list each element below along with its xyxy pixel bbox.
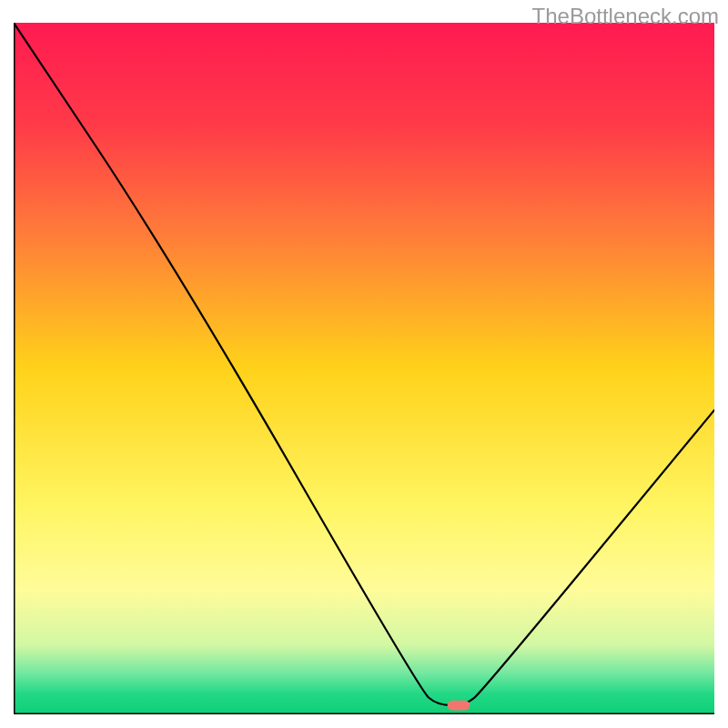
svg-rect-2 xyxy=(448,701,470,711)
plot-area xyxy=(14,23,714,714)
optimal-point-marker xyxy=(448,701,470,711)
gradient-background xyxy=(14,23,714,714)
chart-container: TheBottleneck.com xyxy=(0,0,728,728)
watermark-text: TheBottleneck.com xyxy=(532,4,719,29)
plot-svg xyxy=(14,23,714,714)
